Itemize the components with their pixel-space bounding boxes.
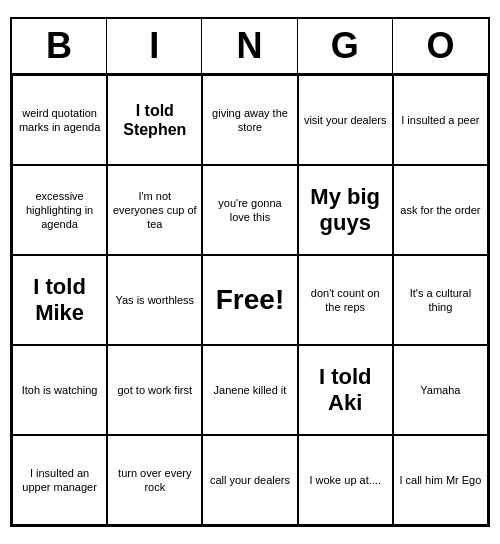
bingo-cell-23[interactable]: I woke up at.... [298, 435, 393, 525]
bingo-cell-9[interactable]: ask for the order [393, 165, 488, 255]
bingo-cell-3[interactable]: visit your dealers [298, 75, 393, 165]
bingo-cell-1[interactable]: I told Stephen [107, 75, 202, 165]
bingo-cell-0[interactable]: weird quotation marks in agenda [12, 75, 107, 165]
bingo-cell-18[interactable]: I told Aki [298, 345, 393, 435]
bingo-cell-4[interactable]: I insulted a peer [393, 75, 488, 165]
header-letter-g: G [298, 19, 393, 73]
bingo-cell-13[interactable]: don't count on the reps [298, 255, 393, 345]
bingo-cell-17[interactable]: Janene killed it [202, 345, 297, 435]
bingo-grid: weird quotation marks in agendaI told St… [12, 75, 488, 525]
bingo-cell-5[interactable]: excessive highlighting in agenda [12, 165, 107, 255]
bingo-cell-6[interactable]: I'm not everyones cup of tea [107, 165, 202, 255]
bingo-cell-7[interactable]: you're gonna love this [202, 165, 297, 255]
bingo-cell-2[interactable]: giving away the store [202, 75, 297, 165]
bingo-cell-24[interactable]: I call him Mr Ego [393, 435, 488, 525]
bingo-card: BINGO weird quotation marks in agendaI t… [10, 17, 490, 527]
bingo-cell-22[interactable]: call your dealers [202, 435, 297, 525]
bingo-cell-21[interactable]: turn over every rock [107, 435, 202, 525]
header-letter-i: I [107, 19, 202, 73]
bingo-cell-10[interactable]: I told Mike [12, 255, 107, 345]
bingo-cell-15[interactable]: Itoh is watching [12, 345, 107, 435]
bingo-cell-8[interactable]: My big guys [298, 165, 393, 255]
bingo-header: BINGO [12, 19, 488, 75]
bingo-cell-14[interactable]: It's a cultural thing [393, 255, 488, 345]
header-letter-n: N [202, 19, 297, 73]
bingo-cell-16[interactable]: got to work first [107, 345, 202, 435]
bingo-cell-19[interactable]: Yamaha [393, 345, 488, 435]
header-letter-b: B [12, 19, 107, 73]
header-letter-o: O [393, 19, 488, 73]
bingo-cell-11[interactable]: Yas is worthless [107, 255, 202, 345]
bingo-cell-12[interactable]: Free! [202, 255, 297, 345]
bingo-cell-20[interactable]: I insulted an upper manager [12, 435, 107, 525]
